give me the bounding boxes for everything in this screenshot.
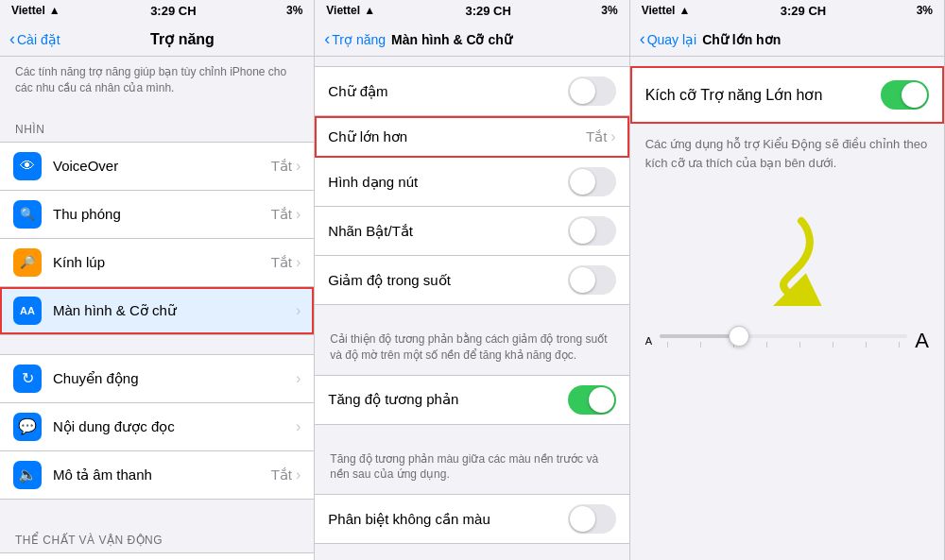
settings-item-chu-dam[interactable]: Chữ đậm [315,67,628,116]
settings-item-mo-ta[interactable]: 🔈 Mô tả âm thanh Tắt › [0,451,314,499]
thu-phong-chevron: › [296,206,301,223]
description-1: Cải thiện độ tương phản bằng cách giảm đ… [315,324,628,375]
settings-item-noi-dung[interactable]: 💬 Nội dung được đọc › [0,403,314,451]
kinh-lup-chevron: › [296,254,301,271]
carrier-1: Viettel [11,4,45,17]
settings-item-thu-phong[interactable]: 🔍 Thu phóng Tắt › [0,191,314,239]
font-slider-filled [660,334,734,338]
noi-dung-icon: 💬 [13,413,42,441]
chuyen-dong-chevron: › [296,370,301,387]
settings-item-voiceover[interactable]: 👁 VoiceOver Tắt › [0,143,314,191]
status-bar-2: Viettel ▲ 3:29 CH 3% [315,0,628,21]
nav-bar-1: ‹ Cài đặt Trợ năng [0,21,314,57]
toggle-knob-phan-biet [570,506,595,532]
noi-dung-chevron: › [296,418,301,435]
mo-ta-label: Mô tả âm thanh [53,467,271,484]
nhan-toggle[interactable] [568,216,616,246]
toggle-knob-tang-do [589,387,614,413]
toggle-knob-giam-do [570,267,595,293]
noi-dung-label: Nội dung được đọc [53,418,296,435]
settings-item-chu-lon[interactable]: Chữ lớn hơn Tắt › [315,116,628,158]
tick-8 [899,342,900,348]
font-slider-row: A A [630,315,944,372]
back-chevron-2: ‹ [324,30,330,47]
status-right-2: 3% [601,4,617,17]
chu-dam-label: Chữ đậm [328,83,567,100]
chu-lon-value: Tắt [586,128,607,145]
status-bar-3: Viettel ▲ 3:29 CH 3% [630,0,944,21]
settings-item-giam-do[interactable]: Giảm độ trong suốt [315,256,628,304]
thu-phong-icon: 🔍 [13,200,42,229]
wifi-icon-2: ▲ [364,4,375,17]
settings-group-chuyen-dong: ↻ Chuyển động › 💬 Nội dung được đọc › 🔈 … [0,354,314,500]
settings-item-man-hinh[interactable]: AA Màn hình & Cỡ chữ › [0,287,314,334]
status-left-3: Viettel ▲ [642,4,691,17]
mo-ta-value: Tắt [271,467,292,484]
nav-title-1: Trợ năng [60,30,305,48]
settings-content-2: Chữ đậm Chữ lớn hơn Tắt › Hình dạng nút [315,57,628,560]
back-button-3[interactable]: ‹ Quay lại [640,31,697,47]
status-right-1: 3% [286,4,302,17]
phan-biet-toggle[interactable] [568,504,616,534]
mo-ta-chevron: › [296,467,301,484]
time-2: 3:29 CH [465,4,510,18]
font-slider-track [660,334,907,338]
settings-item-nhan[interactable]: Nhãn Bật/Tắt [315,207,628,256]
panel-man-hinh: Viettel ▲ 3:29 CH 3% ‹ Trợ năng Màn hình… [315,0,629,560]
status-left-2: Viettel ▲ [326,4,375,17]
panel-accessibility: Viettel ▲ 3:29 CH 3% ‹ Cài đặt Trợ năng … [0,0,315,560]
toggle-knob-hinh-dang [570,169,595,195]
carrier-2: Viettel [326,4,360,17]
battery-3: 3% [917,4,933,17]
tick-4 [766,342,767,348]
chu-lon-chevron: › [610,128,615,145]
settings-group-chu: Chữ đậm Chữ lớn hơn Tắt › Hình dạng nút [315,66,628,305]
back-button-1[interactable]: ‹ Cài đặt [9,31,60,47]
voiceover-chevron: › [296,158,301,175]
settings-item-hinh-dang[interactable]: Hình dạng nút [315,158,628,207]
tang-do-label: Tăng độ tương phản [328,391,567,408]
back-button-2[interactable]: ‹ Trợ năng [324,31,386,47]
settings-item-phan-biet[interactable]: Phân biệt không cần màu [315,495,628,543]
voiceover-icon: 👁 [13,152,42,180]
tick-2 [700,342,701,348]
hinh-dang-toggle[interactable] [568,167,616,196]
tick-5 [799,342,800,348]
time-1: 3:29 CH [150,4,196,18]
kinh-lup-label: Kính lúp [53,254,271,270]
kich-co-description: Các ứng dụng hỗ trợ Kiểu Động sẽ điều ch… [630,124,944,183]
settings-group-phan-biet: Phân biệt không cần màu [315,494,628,544]
settings-item-cam-ung[interactable]: ✋ Cảm ứng › [0,553,314,560]
settings-item-kinh-lup[interactable]: 🔎 Kính lúp Tắt › [0,239,314,287]
status-bar-1: Viettel ▲ 3:29 CH 3% [0,0,314,21]
time-3: 3:29 CH [781,4,826,18]
kich-co-toggle[interactable] [881,80,929,110]
kich-co-label: Kích cỡ Trợ năng Lớn hơn [645,86,881,104]
settings-content-1: Các tính năng trợ năng giúp bạn tùy chỉn… [0,57,314,560]
hinh-dang-label: Hình dạng nút [328,174,567,191]
settings-item-tang-do[interactable]: Tăng độ tương phản [315,376,628,424]
giam-do-toggle[interactable] [568,265,616,295]
kinh-lup-icon: 🔎 [13,248,42,277]
settings-item-chuyen-dong[interactable]: ↻ Chuyển động › [0,355,314,403]
kích-co-toggle-row[interactable]: Kích cỡ Trợ năng Lớn hơn [630,66,944,124]
mo-ta-icon: 🔈 [13,461,42,489]
voiceover-label: VoiceOver [53,158,271,174]
back-label-3: Quay lại [647,32,697,47]
man-hinh-label: Màn hình & Cỡ chữ [53,302,296,319]
kinh-lup-value: Tắt [271,254,292,271]
nav-title-2: Màn hình & Cỡ chữ [391,32,512,47]
back-chevron-1: ‹ [9,30,15,47]
chu-dam-toggle[interactable] [568,76,616,106]
wifi-icon-3: ▲ [679,4,690,17]
status-right-3: 3% [917,4,933,17]
thu-phong-label: Thu phóng [53,206,271,222]
tang-do-toggle[interactable] [568,385,616,415]
panel-description-1: Các tính năng trợ năng giúp bạn tùy chỉn… [0,57,314,108]
giam-do-label: Giảm độ trong suốt [328,272,567,289]
back-label-2: Trợ năng [332,32,386,47]
description-2: Tăng độ tương phản màu giữa các màu nền … [315,444,628,495]
nav-bar-3: ‹ Quay lại Chữ lớn hơn [630,21,944,57]
nav-bar-2: ‹ Trợ năng Màn hình & Cỡ chữ [315,21,628,57]
back-label-1: Cài đặt [17,32,60,47]
